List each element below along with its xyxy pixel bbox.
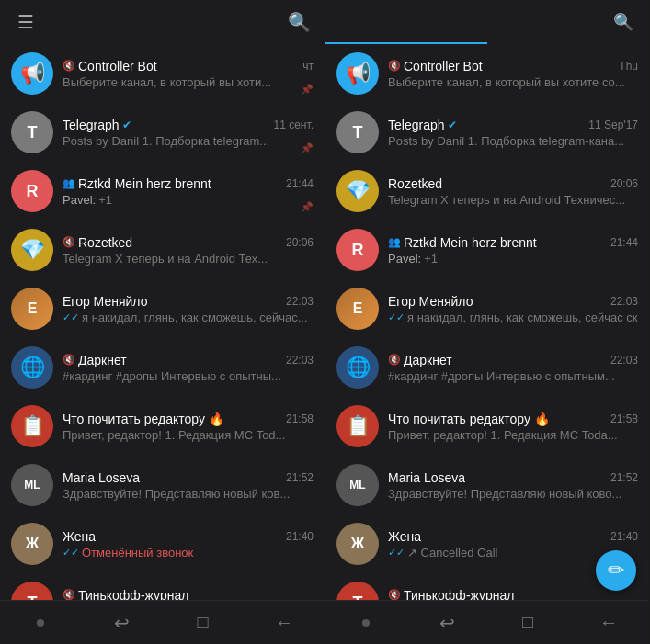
chat-item[interactable]: R👥Rztkd Mein herz brennt21:44Pavel: +1📌	[0, 162, 325, 220]
chat-name-text: Что почитать редактору 🔥	[63, 412, 224, 426]
verified-icon: ✔	[122, 119, 131, 131]
chat-item[interactable]: 📢🔇Controller BotчтВыберите канал, в кото…	[0, 44, 325, 103]
chat-name-text: Жена	[63, 529, 96, 544]
chat-name-text: Maria Loseva	[388, 470, 465, 485]
chat-item[interactable]: 🌐🔇Даркнет22:03#кардинг #дропы Интервью с…	[325, 338, 649, 397]
nav-left-r[interactable]: ←	[590, 604, 627, 641]
avatar: 💎	[11, 229, 53, 271]
chat-name-text: Даркнет	[404, 353, 452, 367]
chat-item[interactable]: MLMaria Loseva21:52Здравствуйте! Предста…	[325, 456, 649, 514]
chat-content: 🔇Controller BotThuВыберите канал, в кото…	[388, 59, 638, 89]
chat-top-row: Жена21:40	[388, 529, 638, 544]
preview-text: +1	[98, 193, 112, 207]
preview-text: Здравствуйте! Представляю новый ков...	[63, 487, 290, 501]
preview-text: Posts by Danil 1. Подборка telegram-кана…	[388, 134, 624, 148]
chat-name: Жена	[63, 529, 96, 544]
chat-content: Егор Меняйло22:03✓✓я накидал, глянь, как…	[388, 294, 638, 324]
avatar: T	[336, 111, 379, 153]
search-icon-right[interactable]: 🔍	[609, 7, 638, 37]
chat-name-text: Rozetked	[388, 176, 442, 191]
chat-item[interactable]: ЕЕгор Меняйло22:03✓✓я накидал, глянь, ка…	[325, 279, 649, 338]
chat-preview: Telegram X теперь и на Android Техничес.…	[388, 193, 638, 207]
chat-item[interactable]: TTelegraph✔11 Sep'17Posts by Danil 1. По…	[325, 103, 649, 162]
chat-item[interactable]: TTelegraph✔11 сент.Posts by Danil 1. Под…	[0, 103, 325, 162]
chat-content: 🔇Даркнет22:03#кардинг #дропы Интервью с …	[388, 353, 638, 383]
preview-text: Отменённый звонок	[82, 546, 193, 559]
nav-square[interactable]: □	[185, 604, 222, 641]
read-tick-icon: ✓✓	[388, 311, 405, 323]
nav-back-r[interactable]: ↩	[428, 604, 465, 641]
preview-text: +1	[424, 252, 438, 266]
chat-item[interactable]: 💎Rozetked20:06Telegram X теперь и на And…	[325, 162, 649, 220]
chat-name: 🔇Даркнет	[388, 353, 452, 367]
chat-top-row: 🔇Controller Botчт	[63, 59, 314, 73]
chat-item[interactable]: ЖЖена21:40✓✓Отменённый звонок	[0, 514, 325, 573]
chat-item[interactable]: MLMaria Loseva21:52Здравствуйте! Предста…	[0, 456, 325, 514]
chat-name-text: Жена	[388, 529, 421, 544]
tab-chats[interactable]	[325, 0, 487, 44]
mute-icon: 🔇	[63, 236, 75, 248]
chat-item[interactable]: 🌐🔇Даркнет22:03#кардинг #дропы Интервью с…	[0, 338, 325, 397]
right-panel: 🔍 📢🔇Controller BotThuВыберите канал, в к…	[325, 0, 649, 644]
chat-item[interactable]: ЕЕгор Меняйло22:03✓✓я накидал, глянь, ка…	[0, 279, 325, 338]
chat-time: 21:58	[286, 412, 314, 425]
avatar: 🌐	[11, 346, 53, 389]
chat-time: 20:06	[286, 236, 314, 249]
avatar: Т	[11, 582, 53, 600]
chat-item[interactable]: R👥Rztkd Mein herz brennt21:44Pavel: +1	[325, 220, 649, 279]
chat-item[interactable]: 📋Что почитать редактору 🔥21:58Привет, ре…	[325, 397, 649, 456]
chat-item[interactable]: 📢🔇Controller BotThuВыберите канал, в кот…	[325, 44, 649, 103]
chat-time: 22:03	[286, 295, 314, 308]
chat-item[interactable]: 💎🔇Rozetked20:06Telegram X теперь и на An…	[0, 220, 325, 279]
chat-top-row: Telegraph✔11 Sep'17	[388, 118, 638, 132]
chat-content: Rozetked20:06Telegram X теперь и на Andr…	[388, 176, 638, 207]
chat-preview: Выберите канал, в который вы хоти...	[63, 75, 314, 89]
nav-dot-r[interactable]	[362, 619, 370, 627]
chat-name-text: Rztkd Mein herz brennt	[404, 235, 537, 250]
avatar: Т	[336, 582, 379, 600]
preview-text: я накидал, глянь, как сможешь, сейчас...	[82, 311, 308, 324]
avatar: 📢	[11, 52, 53, 95]
avatar: 💎	[336, 170, 379, 212]
mute-icon: 🔇	[388, 354, 401, 366]
chat-name-text: Telegraph	[388, 118, 445, 132]
mute-icon: 🔇	[63, 589, 75, 600]
chat-name: 👥Rztkd Mein herz brennt	[388, 235, 537, 250]
nav-back[interactable]: ↩	[103, 604, 140, 641]
hamburger-icon[interactable]: ☰	[11, 7, 40, 37]
chat-preview: Pavel: +1	[388, 252, 638, 266]
chat-name-text: Rztkd Mein herz brennt	[78, 176, 211, 191]
nav-left[interactable]: ←	[266, 604, 302, 641]
chat-preview: Здравствуйте! Представляю новый ков...	[63, 487, 314, 501]
chat-top-row: 🔇Даркнет22:03	[388, 353, 638, 367]
chat-preview: Привет, редактор! 1. Редакция МС Toda...	[388, 428, 638, 442]
right-bottom-nav: ↩ □ ←	[325, 600, 649, 644]
avatar: Ж	[11, 523, 53, 565]
left-header: ☰ 🔍	[0, 0, 325, 44]
chat-top-row: Жена21:40	[63, 529, 314, 544]
pin-icon: 📌	[301, 142, 314, 154]
nav-square-r[interactable]: □	[509, 604, 546, 641]
chat-content: Жена21:40✓✓Отменённый звонок	[63, 529, 314, 559]
chat-time: 20:06	[610, 177, 638, 190]
compose-button[interactable]: ✏	[596, 550, 636, 591]
search-icon[interactable]: 🔍	[284, 7, 314, 37]
chat-item[interactable]: Т🔇Тинькофф-журналТолько человек с глубок…	[0, 573, 325, 600]
nav-dot[interactable]	[37, 619, 44, 627]
preview-text: Posts by Danil 1. Подборка telegram...	[63, 134, 269, 148]
chat-content: Telegraph✔11 Sep'17Posts by Danil 1. Под…	[388, 118, 638, 148]
chat-top-row: Егор Меняйло22:03	[388, 294, 638, 309]
left-chat-list[interactable]: 📢🔇Controller BotчтВыберите канал, в кото…	[0, 44, 325, 600]
chat-item[interactable]: 📋Что почитать редактору 🔥21:58Привет, ре…	[0, 397, 325, 456]
chat-time: Thu	[619, 60, 638, 73]
preview-text: Привет, редактор! 1. Редакция МС Toda...	[388, 428, 618, 442]
chat-content: Что почитать редактору 🔥21:58Привет, ред…	[388, 412, 638, 442]
mute-icon: 🔇	[63, 354, 75, 366]
chat-content: 👥Rztkd Mein herz brennt21:44Pavel: +1	[388, 235, 638, 266]
chat-top-row: 🔇Rozetked20:06	[63, 235, 314, 250]
chat-top-row: 👥Rztkd Mein herz brennt21:44	[63, 176, 314, 191]
chat-content: 🔇Rozetked20:06Telegram X теперь и на And…	[63, 235, 314, 266]
chat-top-row: 🔇Controller BotThu	[388, 59, 638, 73]
avatar: ML	[336, 464, 379, 506]
right-chat-list[interactable]: 📢🔇Controller BotThuВыберите канал, в кот…	[325, 44, 649, 600]
